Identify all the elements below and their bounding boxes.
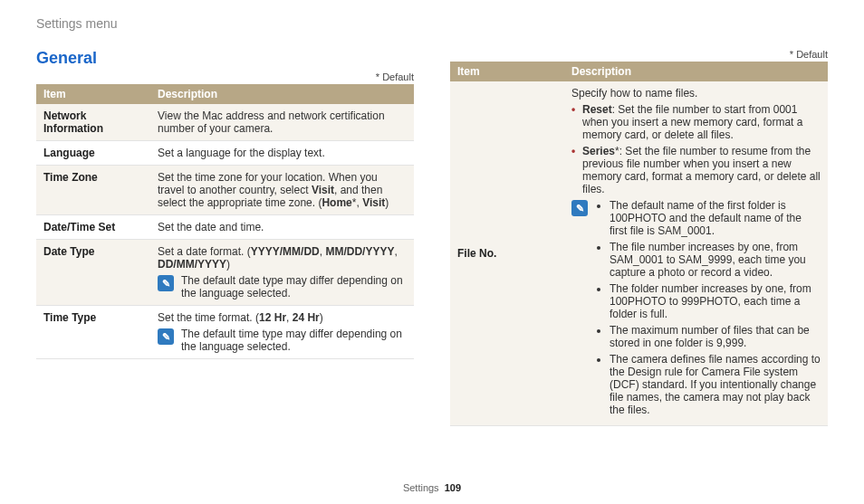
fileno-reset: Reset: Set the file number to start from… — [571, 103, 821, 141]
fileno-series: Series*: Set the file number to resume f… — [571, 145, 821, 195]
note-text: The default time type may differ dependi… — [181, 328, 407, 353]
fileno-note: The default name of the first folder is … — [610, 199, 821, 237]
settings-table-left: Item Description Network Information Vie… — [36, 84, 414, 359]
fileno-note-list: The default name of the first folder is … — [595, 199, 821, 420]
desc-timetype: Set the time format. (12 Hr, 24 Hr) ✎ Th… — [150, 306, 414, 359]
item-network: Network Information — [36, 104, 150, 141]
note-icon: ✎ — [158, 328, 174, 345]
footer-label: Settings — [403, 482, 439, 493]
footer-page: 109 — [445, 482, 461, 493]
fileno-note: The camera defines file names according … — [610, 353, 821, 416]
note-datetype: ✎ The default date type may differ depen… — [158, 274, 407, 300]
left-column: General * Default Item Description Netwo… — [36, 49, 414, 426]
note-text: The default date type may differ dependi… — [181, 274, 407, 300]
fileno-note: The maximum number of files that can be … — [610, 324, 821, 349]
table-row: File No. Specify how to name files. Rese… — [450, 81, 828, 426]
note-timetype: ✎ The default time type may differ depen… — [158, 328, 407, 353]
note-icon: ✎ — [571, 200, 588, 216]
right-column: * Default Item Description File No. Spec… — [450, 49, 828, 426]
fileno-note: The folder number increases by one, from… — [610, 282, 821, 320]
section-title: General — [36, 49, 414, 68]
desc-timezone: Set the time zone for your location. Whe… — [150, 166, 414, 215]
table-row: Time Zone Set the time zone for your loc… — [36, 166, 414, 215]
page-footer: Settings 109 — [0, 482, 864, 493]
desc-network: View the Mac address and network certifi… — [150, 104, 414, 141]
default-note-left: * Default — [36, 71, 414, 82]
col-header-item: Item — [36, 84, 150, 104]
table-row: Date/Time Set Set the date and time. — [36, 215, 414, 240]
desc-language: Set a language for the display text. — [150, 141, 414, 166]
fileno-note: The file number increases by one, from S… — [610, 241, 821, 279]
item-datetype: Date Type — [36, 240, 150, 306]
col-header-description: Description — [564, 62, 828, 81]
desc-datetime: Set the date and time. — [150, 215, 414, 240]
table-row: Network Information View the Mac address… — [36, 104, 414, 141]
item-timezone: Time Zone — [36, 166, 150, 215]
note-icon: ✎ — [158, 275, 174, 291]
table-row: Date Type Set a date format. (YYYY/MM/DD… — [36, 240, 414, 306]
fileno-intro: Specify how to name files. — [571, 87, 821, 100]
content-columns: General * Default Item Description Netwo… — [36, 49, 828, 426]
default-note-right: * Default — [450, 49, 828, 60]
item-timetype: Time Type — [36, 306, 150, 359]
col-header-description: Description — [150, 84, 414, 104]
item-datetime: Date/Time Set — [36, 215, 150, 240]
item-language: Language — [36, 141, 150, 166]
desc-fileno: Specify how to name files. Reset: Set th… — [564, 81, 828, 426]
table-row: Time Type Set the time format. (12 Hr, 2… — [36, 306, 414, 359]
settings-table-right: Item Description File No. Specify how to… — [450, 62, 828, 426]
col-header-item: Item — [450, 62, 564, 81]
table-row: Language Set a language for the display … — [36, 141, 414, 166]
item-fileno: File No. — [450, 81, 564, 426]
breadcrumb: Settings menu — [36, 16, 828, 31]
fileno-options: Reset: Set the file number to start from… — [571, 103, 821, 195]
fileno-notes: ✎ The default name of the first folder i… — [571, 199, 821, 420]
desc-datetype: Set a date format. (YYYY/MM/DD, MM/DD/YY… — [150, 240, 414, 306]
